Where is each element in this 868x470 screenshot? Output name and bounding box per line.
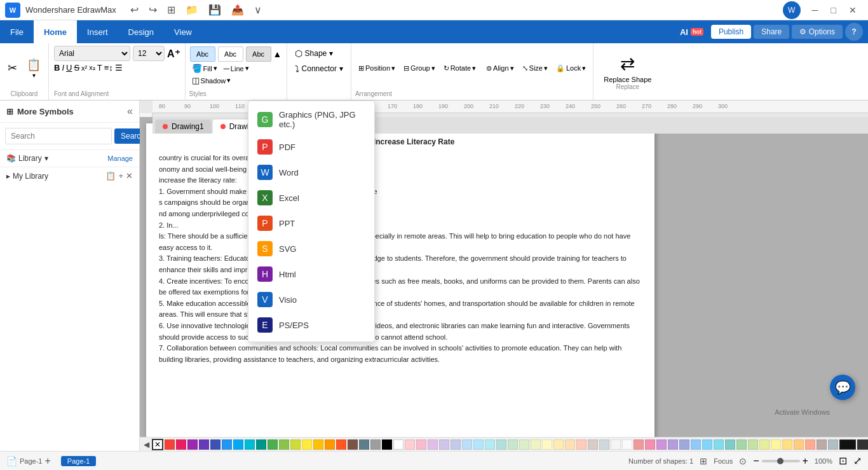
export-ppt-item[interactable]: P PPT xyxy=(248,211,374,236)
line-button[interactable]: ─ Line ▾ xyxy=(221,62,252,74)
italic-button[interactable]: I xyxy=(62,63,64,73)
style-box-3[interactable]: Abc xyxy=(246,46,271,62)
color-swatch-brown[interactable] xyxy=(348,439,358,450)
color-swatch-deep-purple-100[interactable] xyxy=(439,439,449,450)
new-button[interactable]: ⊞ xyxy=(163,1,179,18)
color-swatch-blue[interactable] xyxy=(222,439,232,450)
paste-button[interactable]: 📋 ▾ xyxy=(23,55,44,81)
color-swatch-light-green-200[interactable] xyxy=(748,439,758,450)
color-swatch-light-blue[interactable] xyxy=(233,439,243,450)
color-swatch-lime-200[interactable] xyxy=(759,439,770,450)
color-swatch-amber-200[interactable] xyxy=(782,439,792,450)
color-swatch-purple-100[interactable] xyxy=(428,439,438,450)
color-swatch-orange-200[interactable] xyxy=(794,439,804,450)
menu-insert[interactable]: Insert xyxy=(77,20,118,43)
search-input[interactable] xyxy=(5,128,112,144)
color-swatch-amber[interactable] xyxy=(313,439,323,450)
color-swatch-indigo-200[interactable] xyxy=(679,439,689,450)
export-excel-item[interactable]: X Excel xyxy=(248,185,374,211)
publish-button[interactable]: Publish xyxy=(711,25,751,39)
zoom-out-button[interactable]: − xyxy=(753,455,759,467)
zoom-slider[interactable] xyxy=(762,460,800,462)
maximize-button[interactable]: □ xyxy=(825,3,843,18)
export-graphics-item[interactable]: G Graphics (PNG, JPG etc.) xyxy=(248,105,374,134)
export-html-item[interactable]: H Html xyxy=(248,261,374,287)
strikethrough-button[interactable]: S xyxy=(74,63,79,73)
color-swatch-pink[interactable] xyxy=(176,439,186,450)
styles-scroll-up[interactable]: ▲ xyxy=(273,49,282,59)
color-swatch-green-200[interactable] xyxy=(736,439,747,450)
export-pdf-item[interactable]: P PDF xyxy=(248,134,374,160)
color-swatch-green[interactable] xyxy=(268,439,278,450)
color-swatch-blue-grey[interactable] xyxy=(359,439,369,450)
color-swatch-white[interactable] xyxy=(393,439,403,450)
color-swatch-blue-100[interactable] xyxy=(462,439,472,450)
cut-button[interactable]: ✂ xyxy=(4,59,21,78)
shadow-button[interactable]: ◫ Shadow ▾ xyxy=(189,74,234,86)
color-swatch-lime[interactable] xyxy=(290,439,301,450)
group-button[interactable]: ⊟ Group ▾ xyxy=(400,62,438,74)
position-button[interactable]: ⊞ Position ▾ xyxy=(355,62,398,74)
menu-design[interactable]: Design xyxy=(118,20,164,43)
color-swatch-blue-grey-100[interactable] xyxy=(599,439,609,450)
size-button[interactable]: ⤡ Size ▾ xyxy=(519,62,551,74)
color-swatch-red[interactable] xyxy=(165,439,175,450)
color-swatch-light-green-100[interactable] xyxy=(519,439,529,450)
help-button[interactable]: ? xyxy=(845,23,863,41)
options-button[interactable]: ⚙ Options xyxy=(792,25,843,39)
zoom-in-button[interactable]: + xyxy=(803,455,808,467)
color-swatch-cyan-100[interactable] xyxy=(485,439,495,450)
color-swatch-brown-100[interactable] xyxy=(588,439,598,450)
style-box-1[interactable]: Abc xyxy=(190,46,215,62)
subscript-button[interactable]: x₂ xyxy=(89,64,95,72)
color-left-arrow[interactable]: ◀ xyxy=(142,440,151,449)
color-swatch-yellow-200[interactable] xyxy=(771,439,781,450)
align-button[interactable]: ☰ xyxy=(115,63,123,73)
menu-file[interactable]: File xyxy=(0,20,34,43)
fullscreen-button[interactable]: ⤢ xyxy=(853,455,862,467)
export-pseps-item[interactable]: E PS/EPS xyxy=(248,312,374,338)
manage-link[interactable]: Manage xyxy=(107,155,133,162)
shape-button[interactable]: ⬡ Shape ▾ xyxy=(292,46,346,61)
menu-home[interactable]: Home xyxy=(34,20,77,43)
export-button[interactable]: 📤 xyxy=(227,1,248,18)
color-swatch-blue-grey-200[interactable] xyxy=(828,439,838,450)
color-swatch-deep-purple-200[interactable] xyxy=(668,439,678,450)
color-swatch-deep-orange-200[interactable] xyxy=(805,439,815,450)
share-button[interactable]: Share xyxy=(754,25,789,39)
export-svg-item[interactable]: S SVG xyxy=(248,236,374,261)
open-button[interactable]: 📁 xyxy=(182,1,202,18)
color-swatch-grey-50[interactable] xyxy=(622,439,632,450)
color-swatch-darker[interactable] xyxy=(857,439,868,450)
font-family-select[interactable]: Arial xyxy=(54,46,130,61)
color-swatch-deep-orange[interactable] xyxy=(336,439,346,450)
tab-drawing1[interactable]: Drawing1 xyxy=(155,120,212,134)
color-swatch-light-green[interactable] xyxy=(279,439,289,450)
add-page-button[interactable]: + xyxy=(44,455,50,467)
color-swatch-cyan[interactable] xyxy=(245,439,255,450)
color-swatch-purple-200[interactable] xyxy=(656,439,667,450)
active-page-label[interactable]: Page-1 xyxy=(61,456,96,466)
close-button[interactable]: ✕ xyxy=(843,3,863,18)
my-library-close-button[interactable]: ✕ xyxy=(126,171,133,181)
color-swatch-indigo[interactable] xyxy=(210,439,220,450)
color-swatch-brown-200[interactable] xyxy=(817,439,827,450)
my-library-edit-button[interactable]: 📋 xyxy=(105,171,116,181)
no-color-swatch[interactable]: ✕ xyxy=(152,439,163,450)
color-swatch-grey[interactable] xyxy=(370,439,381,450)
superscript-button[interactable]: x² xyxy=(81,64,87,72)
color-swatch-blue-200[interactable] xyxy=(691,439,701,450)
color-swatch-pink-200[interactable] xyxy=(645,439,655,450)
lock-button[interactable]: 🔒 Lock ▾ xyxy=(553,62,589,74)
list-indent-button[interactable]: ≡↕ xyxy=(104,63,113,73)
color-swatch-yellow[interactable] xyxy=(302,439,312,450)
color-swatch-deep-orange-100[interactable] xyxy=(576,439,587,450)
color-swatch-light-blue-200[interactable] xyxy=(702,439,712,450)
color-swatch-cyan-200[interactable] xyxy=(714,439,724,450)
color-swatch-amber-100[interactable] xyxy=(553,439,564,450)
redo-button[interactable]: ↪ xyxy=(145,1,161,18)
style-box-2[interactable]: Abc xyxy=(218,46,243,62)
fit-page-button[interactable]: ⊡ xyxy=(839,455,847,467)
font-grow-button[interactable]: A⁺ xyxy=(167,48,180,60)
color-swatch-teal-100[interactable] xyxy=(496,439,506,450)
